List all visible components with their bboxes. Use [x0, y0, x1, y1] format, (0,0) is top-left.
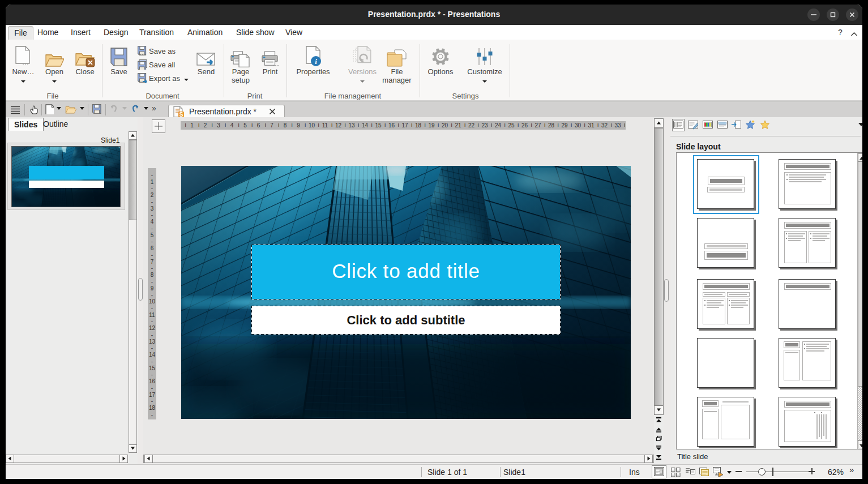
- svg-text:i: i: [315, 57, 317, 66]
- svg-text:S: S: [179, 112, 183, 118]
